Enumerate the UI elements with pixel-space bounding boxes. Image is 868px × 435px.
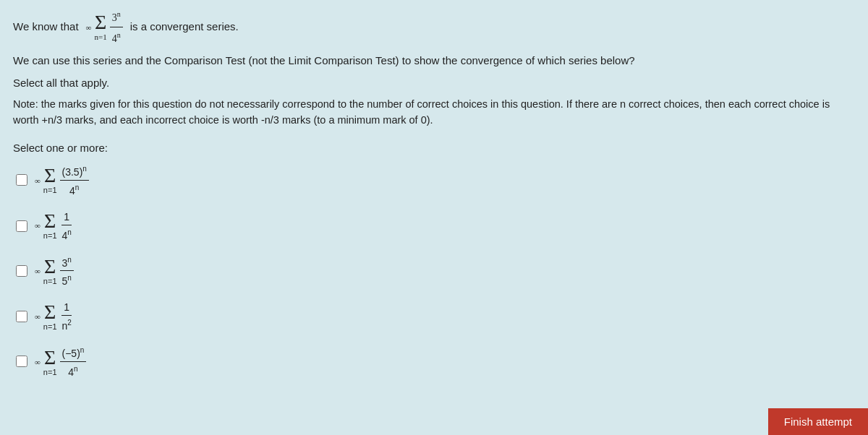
intro-frac-den: 4n [110,28,123,46]
sigma-5: Σ n=1 [43,348,57,377]
option-checkbox-5[interactable] [16,356,27,367]
option-item-4: ∞ Σ n=1 1 n2 [16,301,841,332]
option-expr-4: ∞ Σ n=1 1 n2 [35,301,74,332]
fraction-3: 3n 5n [60,255,74,288]
description-text: We can use this series and the Compariso… [13,54,635,66]
intro-suffix: is a convergent series. [130,19,239,35]
intro-line: We know that ∞ Σ n=1 3n 4n is a converge… [13,9,841,46]
select-prompt: Select one or more: [13,142,841,154]
fraction-1: (3.5)n 4n [60,164,89,197]
sigma-4: Σ n=1 [43,302,57,332]
select-all-label: Select all that apply. [13,75,841,92]
intro-series: ∞ Σ n=1 3n 4n [86,9,123,46]
fraction-4: 1 n2 [60,301,74,332]
option-expr-2: ∞ Σ n=1 1 4n [35,210,74,242]
note-text: Note: the marks given for this question … [13,98,830,126]
option-expr-5: ∞ Σ n=1 (−5)n 4n [35,345,86,379]
sigma-1: Σ n=1 [43,165,57,195]
option-checkbox-3[interactable] [16,265,27,277]
intro-prefix: We know that [13,19,79,35]
intro-frac-num: 3n [110,9,123,27]
description-line: We can use this series and the Compariso… [13,53,841,69]
finish-button[interactable]: Finish attempt [768,408,868,435]
option-checkbox-4[interactable] [16,311,27,322]
option-checkbox-2[interactable] [16,220,27,232]
option-item-2: ∞ Σ n=1 1 4n [16,210,841,242]
intro-sigma-sub: n=1 [94,33,106,42]
sigma-2: Σ n=1 [43,211,57,241]
option-checkbox-1[interactable] [16,174,27,186]
sigma-3: Σ n=1 [43,257,57,286]
intro-fraction: 3n 4n [110,9,123,46]
option-expr-3: ∞ Σ n=1 3n 5n [35,255,74,288]
fraction-5: (−5)n 4n [60,345,87,379]
intro-sigma: Σ n=1 [94,12,106,42]
main-content: We know that ∞ Σ n=1 3n 4n is a converge… [0,0,854,393]
note-line: Note: the marks given for this question … [13,97,841,129]
fraction-2: 1 4n [60,210,74,242]
option-item-5: ∞ Σ n=1 (−5)n 4n [16,345,841,379]
options-list: ∞ Σ n=1 (3.5)n 4n ∞ [13,164,841,379]
intro-sigma-symbol: Σ [95,12,106,33]
option-item-1: ∞ Σ n=1 (3.5)n 4n [16,164,841,197]
option-item-3: ∞ Σ n=1 3n 5n [16,255,841,288]
option-expr-1: ∞ Σ n=1 (3.5)n 4n [35,164,89,197]
